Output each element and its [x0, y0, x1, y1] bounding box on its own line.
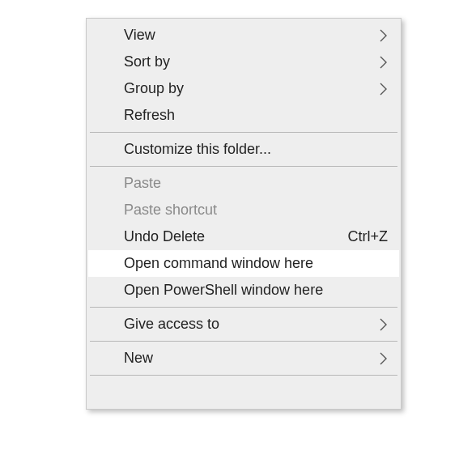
menu-item-label: Open command window here: [124, 255, 388, 272]
menu-item-label: New: [124, 350, 376, 367]
menu-separator: [90, 307, 397, 308]
menu-item-label: Group by: [124, 80, 376, 97]
menu-item-sort-by[interactable]: Sort by: [88, 49, 399, 75]
menu-item-label: View: [124, 27, 376, 44]
menu-item-label: Sort by: [124, 53, 376, 70]
chevron-right-icon: [376, 56, 388, 69]
menu-item-label: Undo Delete: [124, 228, 338, 245]
menu-item-label: Paste shortcut: [124, 202, 388, 219]
menu-separator: [90, 375, 397, 376]
chevron-right-icon: [376, 29, 388, 42]
context-menu: View Sort by Group by Refresh Customize …: [86, 18, 402, 410]
menu-item-properties[interactable]: [88, 379, 399, 406]
menu-separator: [90, 166, 397, 167]
menu-item-group-by[interactable]: Group by: [88, 75, 399, 102]
menu-item-open-command-window[interactable]: Open command window here: [88, 250, 399, 277]
menu-item-label: Give access to: [124, 316, 376, 333]
menu-item-label: Paste: [124, 175, 388, 192]
menu-item-view[interactable]: View: [88, 22, 399, 49]
menu-item-give-access-to[interactable]: Give access to: [88, 311, 399, 338]
menu-item-label: Customize this folder...: [124, 141, 388, 158]
menu-item-shortcut: Ctrl+Z: [348, 228, 389, 245]
chevron-right-icon: [376, 83, 388, 96]
menu-item-customize-folder[interactable]: Customize this folder...: [88, 136, 399, 163]
menu-item-open-powershell-window[interactable]: Open PowerShell window here: [88, 277, 399, 304]
menu-item-undo-delete[interactable]: Undo Delete Ctrl+Z: [88, 223, 399, 250]
menu-item-label: Open PowerShell window here: [124, 282, 388, 299]
chevron-right-icon: [376, 318, 388, 331]
menu-item-label: Refresh: [124, 107, 388, 124]
menu-separator: [90, 132, 397, 133]
menu-item-new[interactable]: New: [88, 345, 399, 372]
menu-item-refresh[interactable]: Refresh: [88, 102, 399, 129]
menu-separator: [90, 341, 397, 342]
chevron-right-icon: [376, 352, 388, 365]
menu-item-paste: Paste: [88, 170, 399, 197]
menu-item-paste-shortcut: Paste shortcut: [88, 197, 399, 223]
